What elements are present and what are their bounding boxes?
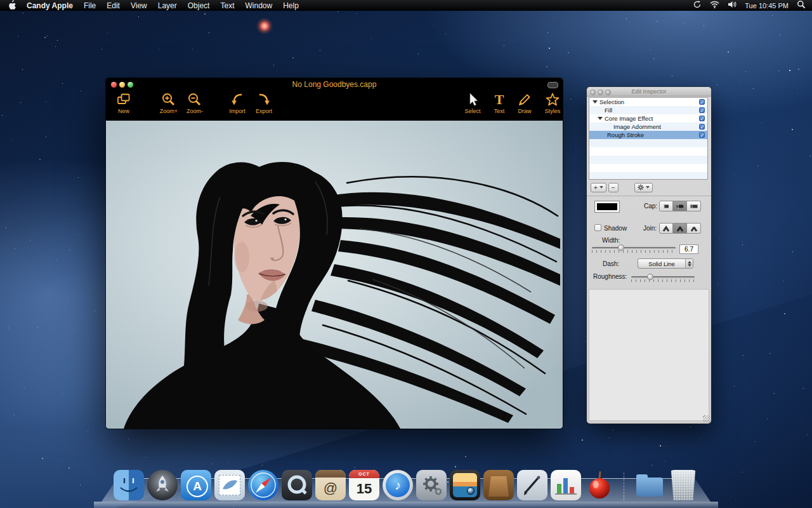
dock-icon-mail[interactable] [214,470,245,500]
list-item[interactable]: Image Adornment [589,123,707,131]
list-item[interactable]: Fill [589,106,707,114]
list-empty-row[interactable] [589,164,707,172]
add-style-button[interactable]: + [591,183,606,192]
dock-icon-trash[interactable] [668,470,698,500]
disclosure-triangle-icon[interactable] [598,117,603,120]
menu-file[interactable]: File [84,1,96,10]
enabled-checkbox[interactable] [699,132,705,138]
join-bevel-segment[interactable] [687,223,701,234]
cap-butt-segment[interactable] [659,201,673,211]
menu-help[interactable]: Help [283,1,299,10]
dock-icon-launchpad[interactable] [147,470,178,500]
stroke-color-well[interactable] [594,201,620,213]
calendar-month: OCT [349,470,379,478]
dock-icon-iphoto[interactable] [450,470,480,500]
dock-icon-safari[interactable] [248,470,278,500]
menu-layer[interactable]: Layer [158,1,177,10]
dock-icon-address-book[interactable]: @ [315,470,346,500]
enabled-checkbox[interactable] [699,99,705,105]
stepper-arrows-icon [685,259,693,268]
volume-icon[interactable] [728,1,737,10]
new-button[interactable]: New [111,92,136,114]
dock-icon-charts-app[interactable] [551,470,581,500]
width-value-field[interactable] [679,244,698,254]
menu-edit[interactable]: Edit [107,1,120,10]
dock-icon-system-preferences[interactable] [416,470,447,500]
select-tool-button[interactable]: Select [460,92,485,114]
drawing-canvas[interactable] [106,121,563,429]
red-star [256,18,273,34]
cap-segmented-control [659,201,701,211]
sync-icon[interactable] [693,0,702,11]
dock: A @ OCT15 ♪ [0,457,812,508]
list-item[interactable]: Selection [589,98,707,106]
dock-icon-calendar[interactable]: OCT15 [349,470,379,500]
list-empty-row[interactable] [589,172,707,180]
menu-app-name[interactable]: Candy Apple [27,1,73,10]
draw-tool-button[interactable]: Draw [512,92,537,114]
shadow-checkbox[interactable] [594,224,601,231]
export-arrow-icon [256,92,272,107]
join-miter-segment[interactable] [659,223,673,234]
join-label: Join: [643,225,657,232]
cap-round-segment[interactable] [673,201,687,211]
spotlight-icon[interactable] [797,0,806,11]
toolbar-toggle-button[interactable] [547,82,558,88]
list-item[interactable]: Core Image Effect [589,114,707,123]
enabled-checkbox[interactable] [699,107,705,113]
desktop: Candy Apple File Edit View Layer Object … [0,0,812,508]
window-titlebar[interactable]: No Long Goodbyes.capp [106,78,563,91]
join-segmented-control [659,223,701,234]
import-button[interactable]: Import [225,92,250,114]
list-empty-row[interactable] [589,147,707,156]
export-button[interactable]: Export [251,92,277,114]
menu-clock[interactable]: Tue 10:45 PM [745,2,789,10]
menu-bar: Candy Apple File Edit View Layer Object … [0,0,812,11]
inspector-titlebar[interactable]: Edit Inspector [587,87,711,97]
resize-grip[interactable] [703,415,710,422]
menu-text[interactable]: Text [220,1,234,10]
dash-popup-button[interactable]: Solid Line [638,258,693,269]
dock-icon-podium[interactable] [483,470,514,500]
list-item-selected[interactable]: Rough Stroke [589,131,707,139]
zoom-out-button[interactable]: Zoom- [182,92,207,114]
text-tool-button[interactable]: T Text [487,92,512,114]
dock-icon-pen-app[interactable] [517,470,547,500]
candy-apple-window: No Long Goodbyes.capp New Zoom+ Zoom- Im… [106,78,563,429]
roughness-slider[interactable] [631,276,695,282]
zoom-in-button[interactable]: Zoom+ [156,92,181,114]
dock-icon-quicktime[interactable] [282,470,312,500]
roughness-slider-thumb[interactable] [647,274,653,280]
dock-icon-folder[interactable] [634,470,665,500]
list-empty-row[interactable] [589,139,707,147]
enabled-checkbox[interactable] [699,124,705,130]
cursor-arrow-icon [465,92,480,107]
dock-icon-app-store[interactable]: A [181,470,211,500]
dock-icon-itunes[interactable]: ♪ [383,470,413,500]
pencil-icon [517,92,532,107]
inspector-title: Edit Inspector [587,87,711,96]
remove-style-button[interactable]: − [608,183,619,192]
width-slider[interactable] [592,247,676,253]
styles-button[interactable]: Styles [540,92,563,114]
dock-icon-finder[interactable] [114,470,144,500]
enabled-checkbox[interactable] [699,116,705,121]
disclosure-triangle-icon[interactable] [593,100,598,104]
inspector-empty-area [589,289,709,421]
menu-window[interactable]: Window [245,1,272,10]
roughness-label: Roughness: [593,273,627,280]
window-title: No Long Goodbyes.capp [106,78,563,91]
menu-object[interactable]: Object [188,1,210,10]
join-round-segment[interactable] [673,223,687,234]
apple-menu[interactable] [8,0,16,11]
menu-view[interactable]: View [131,1,147,10]
dock-icon-candy-apple[interactable] [584,470,615,500]
chevron-down-icon [599,186,603,189]
list-empty-row[interactable] [589,156,707,164]
cap-square-segment[interactable] [687,201,701,211]
action-gear-button[interactable] [634,183,653,192]
dock-front-edge [94,502,718,508]
wifi-icon[interactable] [710,1,719,10]
zoom-out-icon [187,92,202,107]
text-tool-icon: T [492,92,507,107]
